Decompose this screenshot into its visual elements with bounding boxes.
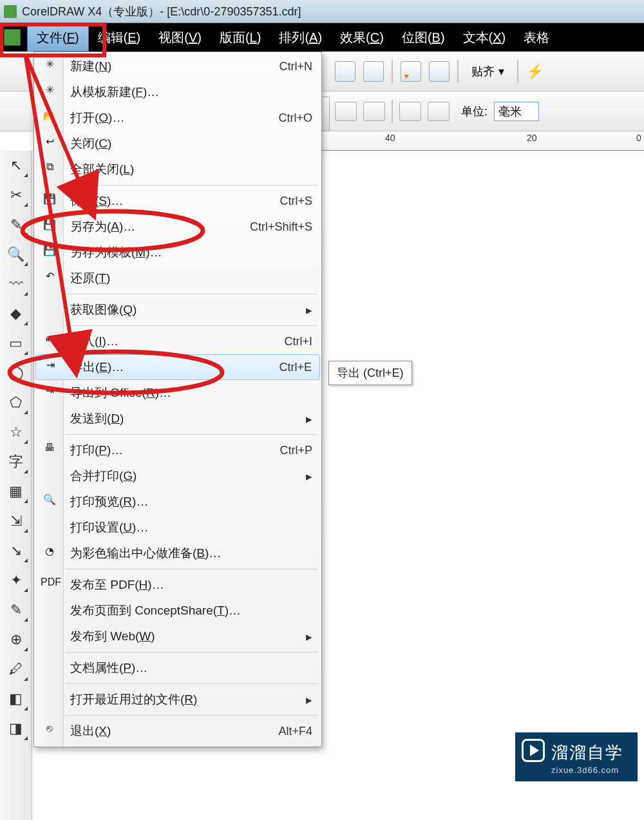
menu-item-label: 还原(T) <box>70 270 312 287</box>
file-menu-item-26[interactable]: 发布到 Web(W)▸ <box>35 624 320 649</box>
file-menu-item-8[interactable]: 💾另存为模板(M)… <box>35 240 320 265</box>
file-menu-item-11[interactable]: 获取图像(Q)▸ <box>35 297 320 323</box>
text-tool[interactable]: 字 <box>4 450 28 474</box>
save-as-icon: 💾 <box>41 218 59 235</box>
file-menu-item-2[interactable]: 📂打开(O)…Ctrl+O <box>35 105 320 131</box>
outline-tool[interactable]: ⊕ <box>4 627 28 652</box>
menu-item-3[interactable]: 版面(L) <box>211 24 270 52</box>
menu-item-label: 发布至 PDF(H)… <box>70 577 312 593</box>
interactive-tool[interactable]: ✦ <box>4 568 28 593</box>
menu-item-label: 合并打印(G) <box>70 468 301 484</box>
zoom-tool[interactable]: 🔍 <box>4 242 28 267</box>
freehand-tool[interactable]: 〰 <box>4 272 28 296</box>
file-menu-item-15[interactable]: ⇥导出到 Office(R)… <box>35 380 320 406</box>
orientation-portrait-icon[interactable] <box>335 102 357 121</box>
mesh-tool[interactable]: ◨ <box>4 716 28 741</box>
menu-item-6[interactable]: 位图(B) <box>393 24 454 52</box>
play-icon <box>522 739 545 762</box>
menu-item-8[interactable]: 表格 <box>515 24 558 52</box>
window-title: CorelDRAW X4（专业版）- [E:\cdr\0-2790357351.… <box>22 4 301 19</box>
menu-item-label: 保存(S)… <box>70 193 279 209</box>
file-menu-item-24[interactable]: PDF发布至 PDF(H)… <box>35 572 320 598</box>
file-menu-item-9[interactable]: ↶还原(T) <box>35 265 320 291</box>
units-icon[interactable] <box>428 102 450 121</box>
rectangle-tool[interactable]: ▭ <box>4 331 28 356</box>
menu-separator <box>65 434 317 435</box>
dimension-tool[interactable]: ⇲ <box>4 509 28 533</box>
toolbar-icon-a[interactable] <box>335 61 355 82</box>
crop-tool[interactable]: ✎ <box>4 213 28 237</box>
menu-shortcut: Ctrl+N <box>279 60 312 73</box>
table-tool[interactable]: ▦ <box>4 479 28 504</box>
menu-shortcut: Alt+F4 <box>278 725 312 738</box>
ruler-horizontal[interactable]: 40 20 0 <box>321 131 644 151</box>
pick-tool[interactable]: ↖ <box>4 153 28 178</box>
new-template-icon: ✳ <box>41 84 59 100</box>
unit-select[interactable]: 毫米 <box>494 102 539 121</box>
options-icon[interactable]: ⚡ <box>526 63 544 80</box>
ellipse-tool[interactable]: ◯ <box>4 361 28 385</box>
menu-item-label: 全部关闭(L) <box>70 161 312 178</box>
file-menu-item-20[interactable]: 🔍打印预览(R)… <box>35 489 320 515</box>
file-menu-item-25[interactable]: 发布页面到 ConceptShare(T)… <box>35 598 320 624</box>
file-menu-item-0[interactable]: ✳新建(N)Ctrl+N <box>35 53 320 79</box>
toolbox: ↖✂✎🔍〰◆▭◯⬠☆字▦⇲↘✦✎⊕🖊◧◨ <box>0 151 32 820</box>
menu-item-1[interactable]: 编辑(E) <box>89 24 150 52</box>
file-menu-item-21[interactable]: 打印设置(U)… <box>35 515 320 540</box>
export-office-icon: ⇥ <box>41 385 59 401</box>
menu-item-label: 从模板新建(F)… <box>70 84 312 100</box>
file-menu-item-13[interactable]: ⇤导入(I)…Ctrl+I <box>35 329 320 354</box>
color-prep-icon: ◔ <box>41 545 59 562</box>
eyedropper-tool[interactable]: ✎ <box>4 598 28 622</box>
file-menu-item-3[interactable]: ↩关闭(C) <box>35 131 320 157</box>
panel-handle[interactable] <box>321 97 330 131</box>
menu-item-7[interactable]: 文本(X) <box>454 24 515 52</box>
menu-item-4[interactable]: 排列(A) <box>270 24 331 52</box>
connector-tool[interactable]: ↘ <box>4 539 28 563</box>
file-menu-item-32[interactable]: ⎋退出(X)Alt+F4 <box>35 718 320 744</box>
export-icon: ⇥ <box>41 359 59 376</box>
menu-item-5[interactable]: 效果(C) <box>331 24 393 52</box>
shape-tool[interactable]: ✂ <box>4 183 28 207</box>
menu-item-2[interactable]: 视图(V) <box>149 24 211 52</box>
menu-item-label: 为彩色输出中心做准备(B)… <box>70 545 312 562</box>
toolbar-icon-c[interactable] <box>401 61 421 82</box>
orientation-landscape-icon[interactable] <box>363 102 385 121</box>
file-menu-item-28[interactable]: 文档属性(P)… <box>35 655 320 681</box>
file-menu-item-18[interactable]: 🖶打印(P)…Ctrl+P <box>35 437 320 463</box>
interactive-fill-tool[interactable]: ◧ <box>4 687 28 711</box>
watermark-sub: zixue.3d66.com <box>551 765 623 775</box>
toolbar-icon-d[interactable] <box>429 61 450 82</box>
menu-shortcut: Ctrl+O <box>278 111 312 125</box>
smart-fill-tool[interactable]: ◆ <box>4 301 28 326</box>
menu-shortcut: Ctrl+Shift+S <box>250 220 312 234</box>
file-menu-item-6[interactable]: 💾保存(S)…Ctrl+S <box>35 188 320 214</box>
open-icon: 📂 <box>41 110 59 126</box>
file-menu-item-1[interactable]: ✳从模板新建(F)… <box>35 79 320 105</box>
file-menu-item-19[interactable]: 合并打印(G)▸ <box>35 463 320 489</box>
basic-shapes-tool[interactable]: ☆ <box>4 420 28 444</box>
file-menu-item-22[interactable]: ◔为彩色输出中心做准备(B)… <box>35 540 320 566</box>
file-menu-item-14[interactable]: ⇥导出(E)…Ctrl+E <box>35 354 320 380</box>
menu-item-label: 关闭(C) <box>70 135 312 152</box>
menu-item-label: 新建(N) <box>70 58 279 75</box>
separator <box>392 100 393 123</box>
tooltip-text: 导出 (Ctrl+E) <box>337 367 404 379</box>
file-menu-item-30[interactable]: 打开最近用过的文件(R)▸ <box>35 687 320 712</box>
menu-item-label: 发布页面到 ConceptShare(T)… <box>70 602 312 619</box>
menu-item-0[interactable]: 文件(F) <box>27 24 89 52</box>
submenu-arrow-icon: ▸ <box>306 303 312 318</box>
submenu-arrow-icon: ▸ <box>306 469 312 484</box>
file-menu-item-16[interactable]: 发送到(D)▸ <box>35 406 320 432</box>
file-menu-item-4[interactable]: ⧉全部关闭(L) <box>35 157 320 182</box>
app-icon-small[interactable] <box>4 29 21 46</box>
snap-dropdown[interactable]: 贴齐 ▾ <box>466 61 509 82</box>
toolbar-icon-b[interactable] <box>363 61 384 82</box>
polygon-tool[interactable]: ⬠ <box>4 390 28 415</box>
multi-page-icon[interactable] <box>399 102 421 121</box>
acquire-icon <box>41 301 59 318</box>
menu-item-label: 导出(E)… <box>71 359 279 376</box>
fill-tool[interactable]: 🖊 <box>4 657 28 682</box>
file-menu-item-7[interactable]: 💾另存为(A)…Ctrl+Shift+S <box>35 214 320 240</box>
menu-item-label: 获取图像(Q) <box>70 301 301 318</box>
